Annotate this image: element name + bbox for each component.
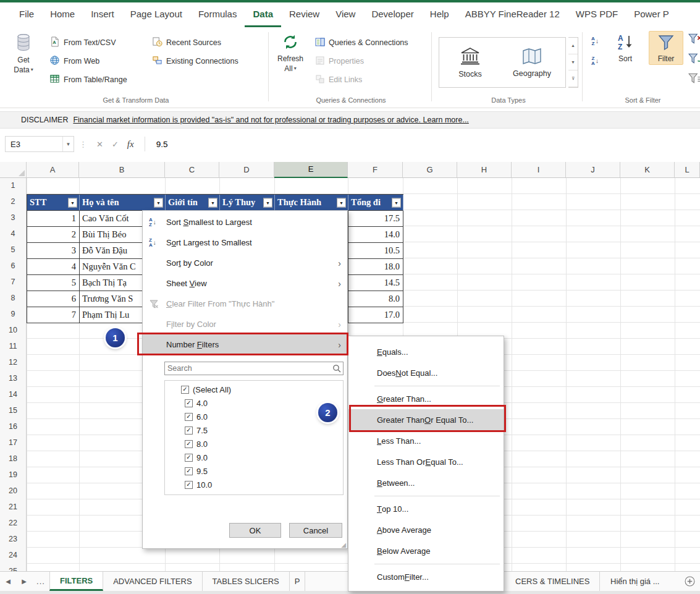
row-header[interactable]: 15	[0, 403, 27, 419]
submenu-item-greater-than[interactable]: Greater Than...	[348, 388, 504, 409]
tab-wps-pdf[interactable]: WPS PDF	[568, 2, 626, 27]
gallery-down-icon[interactable]: ▼	[568, 54, 578, 71]
tab-abbyy[interactable]: ABBYY FineReader 12	[457, 2, 568, 27]
column-header-j[interactable]: J	[566, 162, 620, 178]
filter-value[interactable]: 6.0	[165, 410, 343, 423]
properties-button[interactable]: Properties	[315, 52, 408, 70]
from-web-button[interactable]: From Web	[49, 52, 127, 70]
sort-button[interactable]: AZ Sort	[608, 31, 643, 65]
column-header-a[interactable]: A	[27, 162, 79, 178]
tab-view[interactable]: View	[327, 2, 363, 27]
filter-value[interactable]: 7.5	[165, 423, 343, 437]
disclaimer-link[interactable]: Financial market information is provided…	[73, 116, 468, 124]
sort-descending-button[interactable]: ZA↓	[588, 54, 602, 68]
reapply-filter-icon[interactable]	[688, 53, 700, 67]
column-header-c[interactable]: C	[165, 162, 219, 178]
filter-value[interactable]: 10.0	[165, 478, 343, 491]
sheet-tab-tables-slicers[interactable]: TABLES SLICERS	[203, 572, 290, 591]
row-header[interactable]: 23	[0, 532, 27, 548]
menu-item-sheet-view[interactable]: Sheet View ›	[143, 273, 347, 294]
cancel-button[interactable]: Cancel	[289, 523, 342, 538]
gallery-scrollbar[interactable]: ▲ ▼ ⊽	[568, 37, 578, 88]
column-header-i[interactable]: I	[512, 162, 566, 178]
row-header[interactable]: 2	[0, 194, 27, 210]
row-header[interactable]: 12	[0, 355, 27, 371]
row-header[interactable]: 19	[0, 467, 27, 483]
existing-connections-button[interactable]: Existing Connections	[152, 52, 238, 70]
filter-dropdown-icon[interactable]	[392, 198, 401, 207]
get-data-button[interactable]: Get Data▾	[6, 31, 41, 76]
row-header[interactable]: 9	[0, 307, 27, 323]
column-header-d[interactable]: D	[219, 162, 274, 178]
sheet-nav-right-icon[interactable]: ▶	[16, 572, 32, 591]
tab-developer[interactable]: Developer	[363, 2, 421, 27]
from-text-csv-button[interactable]: A From Text/CSV	[49, 33, 127, 52]
row-header[interactable]: 5	[0, 242, 27, 258]
recent-sources-button[interactable]: Recent Sources	[152, 33, 238, 52]
insert-function-icon[interactable]: fx	[127, 139, 134, 150]
submenu-item-between[interactable]: Between...	[348, 472, 504, 493]
select-all-corner[interactable]	[0, 162, 27, 178]
row-header[interactable]: 21	[0, 499, 27, 516]
submenu-item-custom-filter[interactable]: Custom Filter...	[348, 566, 504, 587]
submenu-item-less-than-or-equal[interactable]: Less Than Or Equal To...	[348, 451, 504, 472]
row-header[interactable]: 16	[0, 419, 27, 435]
sheet-nav-left-icon[interactable]: ◀	[0, 572, 16, 591]
submenu-item-below-average[interactable]: Below Average	[348, 540, 504, 561]
column-header-b[interactable]: B	[79, 162, 165, 178]
filter-value[interactable]: 9.5	[165, 464, 343, 478]
submenu-item-top-10[interactable]: Top 10...	[348, 498, 504, 519]
submenu-item-does-not-equal[interactable]: Does Not Equal...	[348, 362, 504, 383]
filter-dropdown-icon[interactable]	[154, 198, 163, 207]
menu-item-filter-by-color[interactable]: Filter by Color ›	[143, 314, 347, 334]
filter-search-input[interactable]	[165, 364, 331, 373]
menu-item-clear-filter[interactable]: Clear Filter From "Thực Hành"	[143, 294, 347, 314]
filter-value-select-all[interactable]: (Select All)	[165, 383, 343, 396]
row-header[interactable]: 4	[0, 226, 27, 242]
gallery-up-icon[interactable]: ▲	[568, 38, 578, 54]
sheet-tab-partial[interactable]: P	[290, 572, 306, 591]
tab-file[interactable]: File	[11, 2, 42, 27]
row-header[interactable]: 8	[0, 291, 27, 307]
row-header[interactable]: 3	[0, 210, 27, 226]
tab-page-layout[interactable]: Page Layout	[122, 2, 190, 27]
cancel-entry-icon[interactable]: ✕	[96, 140, 103, 149]
menu-item-sort-largest[interactable]: ZA↓ Sort Largest to Smallest	[143, 232, 347, 253]
row-header[interactable]: 10	[0, 323, 27, 339]
filter-button[interactable]: Filter	[649, 31, 683, 65]
tab-insert[interactable]: Insert	[83, 2, 122, 27]
filter-dropdown-icon[interactable]	[208, 198, 217, 207]
new-sheet-button[interactable]	[685, 572, 695, 591]
menu-item-number-filters[interactable]: Number Filters ›	[143, 334, 347, 355]
column-header-f[interactable]: F	[348, 162, 403, 178]
row-header[interactable]: 17	[0, 435, 27, 451]
filter-value[interactable]: 4.0	[165, 396, 343, 410]
filter-value[interactable]: 9.0	[165, 451, 343, 464]
filter-value[interactable]: 8.0	[165, 437, 343, 451]
filter-dropdown-icon[interactable]	[68, 198, 77, 207]
ok-button[interactable]: OK	[229, 523, 281, 538]
row-header[interactable]: 1	[0, 178, 27, 194]
sheet-overflow-button[interactable]: ...	[32, 572, 49, 591]
refresh-all-button[interactable]: Refresh All▾	[273, 31, 308, 75]
column-header-k[interactable]: K	[620, 162, 675, 178]
row-header[interactable]: 20	[0, 483, 27, 499]
row-header[interactable]: 13	[0, 371, 27, 387]
stocks-button[interactable]: Stocks	[439, 38, 501, 87]
row-header[interactable]: 24	[0, 548, 27, 564]
queries-connections-button[interactable]: Queries & Connections	[315, 33, 408, 52]
submenu-item-less-than[interactable]: Less Than...	[348, 430, 504, 451]
gallery-more-icon[interactable]: ⊽	[568, 70, 578, 87]
submenu-item-equals[interactable]: Equals...	[348, 341, 504, 362]
tab-power-pivot[interactable]: Power P	[626, 2, 677, 27]
row-header[interactable]: 14	[0, 387, 27, 403]
sheet-tab-advanced-filters[interactable]: ADVANCED FILTERS	[103, 572, 202, 591]
submenu-item-greater-than-or-equal[interactable]: Greater Than Or Equal To...	[348, 409, 504, 430]
row-header[interactable]: 22	[0, 516, 27, 532]
sheet-tab-filters[interactable]: FILTERS	[49, 572, 103, 591]
column-header-h[interactable]: H	[457, 162, 512, 178]
menu-item-sort-smallest[interactable]: AZ↓ Sort Smallest to Largest	[143, 212, 347, 232]
advanced-filter-icon[interactable]	[688, 73, 700, 87]
row-header[interactable]: 6	[0, 258, 27, 274]
tab-home[interactable]: Home	[42, 2, 83, 27]
